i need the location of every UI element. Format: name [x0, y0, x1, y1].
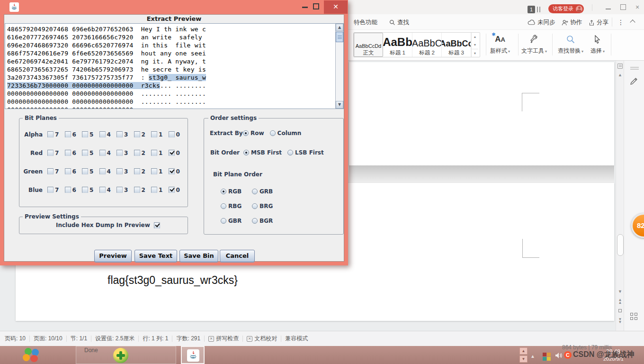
- hex-scrollbar[interactable]: ▲ ▼: [335, 24, 343, 109]
- scroll-up-icon[interactable]: ▲: [336, 24, 343, 31]
- bitplane-checkbox-green-7[interactable]: [47, 168, 54, 174]
- radio-row[interactable]: Row: [243, 130, 264, 136]
- bitplane-checkbox-red-0[interactable]: [169, 150, 175, 156]
- gallery-down-icon[interactable]: ▼: [472, 41, 478, 49]
- window-restore-button[interactable]: [618, 3, 628, 11]
- annotate-pen-icon[interactable]: [630, 76, 638, 85]
- radio-msb-first[interactable]: MSB First: [243, 149, 282, 156]
- save-text-button[interactable]: Save Text: [134, 250, 177, 262]
- status-item[interactable]: 字数: 291: [172, 335, 204, 343]
- radio-brg[interactable]: BRG: [252, 203, 283, 209]
- bitplane-checkbox-blue-4[interactable]: [99, 187, 106, 193]
- style-item-3[interactable]: AaBbC标题 2: [412, 33, 442, 57]
- window-minimize-button[interactable]: [603, 3, 613, 11]
- bitplane-checkbox-green-2[interactable]: [134, 168, 140, 174]
- status-item[interactable]: 兼容模式: [281, 335, 312, 343]
- style-item-1[interactable]: AaBbCcDd正文: [354, 33, 383, 57]
- status-item[interactable]: 页码: 10: [1, 335, 29, 343]
- dialog-close-button[interactable]: ✕: [324, 0, 348, 14]
- bitplane-checkbox-alpha-7[interactable]: [47, 131, 54, 137]
- start-button-icon[interactable]: [23, 348, 41, 362]
- save-bin-button[interactable]: Save Bin: [179, 250, 218, 262]
- hex-preview-panel[interactable]: 4865792049207468 696e6b2077652063 Hey I …: [5, 23, 344, 109]
- assistant-badge[interactable]: 82: [631, 213, 644, 238]
- bitplane-checkbox-blue-2[interactable]: [134, 187, 140, 193]
- bitplane-checkbox-green-1[interactable]: [151, 168, 157, 174]
- bitplane-checkbox-blue-7[interactable]: [47, 187, 54, 193]
- bitplane-checkbox-green-4[interactable]: [99, 168, 106, 174]
- radio-grb[interactable]: GRB: [252, 188, 283, 195]
- style-item-2[interactable]: AaBb标题 1: [383, 33, 412, 57]
- ruler-toggle-icon[interactable]: [617, 64, 623, 69]
- bitplane-checkbox-red-3[interactable]: [116, 150, 123, 156]
- bitplane-checkbox-alpha-1[interactable]: [151, 131, 157, 137]
- bitplane-checkbox-alpha-3[interactable]: [116, 131, 123, 137]
- scrollbar-thumb[interactable]: [336, 32, 343, 42]
- gallery-scroll[interactable]: ▲ ▼ ▼: [471, 33, 478, 57]
- scroll-down-icon[interactable]: ▼: [616, 289, 624, 294]
- bitplane-checkbox-alpha-2[interactable]: [134, 131, 140, 137]
- radio-gbr[interactable]: GBR: [221, 218, 252, 224]
- document-page-9[interactable]: [349, 62, 614, 165]
- radio-rgb[interactable]: RGB: [221, 188, 252, 195]
- dialog-maximize-button[interactable]: [313, 3, 319, 9]
- bitplane-checkbox-blue-3[interactable]: [116, 187, 123, 193]
- bitplane-checkbox-blue-6[interactable]: [65, 187, 71, 193]
- bitplane-checkbox-blue-1[interactable]: [151, 187, 157, 193]
- style-item-4[interactable]: AaBbCc标题 3: [442, 33, 471, 57]
- hidden-icons-button[interactable]: ▲: [530, 354, 535, 359]
- sync-status-button[interactable]: 未同步: [528, 18, 555, 27]
- text-tools-button[interactable]: 文字工具▾: [520, 32, 548, 55]
- bitplane-checkbox-alpha-4[interactable]: [99, 131, 106, 137]
- bitplane-checkbox-alpha-6[interactable]: [65, 131, 71, 137]
- apps-grid-icon[interactable]: [630, 313, 638, 320]
- collapse-ribbon-icon[interactable]: [631, 18, 635, 24]
- bitplane-checkbox-red-4[interactable]: [99, 150, 106, 156]
- speaker-icon[interactable]: [555, 352, 563, 359]
- menu-featured[interactable]: 特色功能: [354, 18, 377, 27]
- next-page-icon[interactable]: ▼▼: [616, 318, 624, 324]
- status-item[interactable]: 节: 1/1: [67, 335, 91, 343]
- scrollbar-thumb[interactable]: [617, 234, 624, 256]
- bitplane-checkbox-green-6[interactable]: [65, 168, 71, 174]
- status-item[interactable]: 行: 1 列: 1: [139, 335, 172, 343]
- document-tab-badge[interactable]: 1: [528, 6, 535, 13]
- status-item[interactable]: 设置值: 2.5厘米: [91, 335, 138, 343]
- menu-find[interactable]: 查找: [389, 18, 409, 27]
- bitplane-checkbox-red-7[interactable]: [47, 150, 54, 156]
- bitplane-checkbox-green-3[interactable]: [116, 168, 123, 174]
- document-scrollbar[interactable]: ▲ ▼ ▲▲ ▼▼: [616, 61, 624, 331]
- status-item[interactable]: ✕文档校对: [243, 335, 281, 343]
- select-button[interactable]: 选择▾: [587, 32, 608, 55]
- radio-bgr[interactable]: BGR: [252, 218, 283, 224]
- include-hexdump-checkbox[interactable]: [154, 222, 160, 228]
- bitplane-checkbox-red-5[interactable]: [82, 150, 88, 156]
- bitplane-checkbox-blue-0[interactable]: [169, 187, 175, 193]
- previous-page-icon[interactable]: ▲▲: [616, 299, 624, 304]
- status-item[interactable]: 页面: 10/10: [30, 335, 66, 343]
- gallery-expand-icon[interactable]: ▼: [472, 49, 478, 57]
- tab-list-icon[interactable]: [537, 7, 540, 12]
- scroll-down-icon[interactable]: ▼: [336, 101, 343, 109]
- find-replace-button[interactable]: 查找替换▾: [555, 32, 586, 55]
- bitplane-checkbox-green-0[interactable]: [169, 168, 175, 174]
- taskbar-item-java[interactable]: [181, 346, 205, 364]
- share-button[interactable]: 分享: [588, 18, 608, 27]
- collaborate-button[interactable]: 协作: [562, 18, 582, 27]
- tray-app-icon[interactable]: [543, 353, 551, 361]
- gallery-up-icon[interactable]: ▲: [472, 33, 478, 41]
- bitplane-checkbox-red-6[interactable]: [65, 150, 71, 156]
- scroll-up-icon[interactable]: ▲: [616, 73, 624, 77]
- dialog-minimize-button[interactable]: [302, 7, 308, 8]
- radio-lsb-first[interactable]: LSB First: [287, 149, 324, 156]
- panel-drag-handle[interactable]: [630, 67, 639, 68]
- status-item[interactable]: ✕拼写检查: [205, 335, 242, 343]
- radio-column[interactable]: Column: [270, 130, 302, 136]
- browse-object-icon[interactable]: [618, 309, 622, 312]
- bitplane-checkbox-green-5[interactable]: [82, 168, 88, 174]
- guest-login-button[interactable]: 访客登录: [548, 4, 584, 13]
- bitplane-checkbox-alpha-5[interactable]: [82, 131, 88, 137]
- cancel-button[interactable]: Cancel: [220, 250, 255, 262]
- new-style-button[interactable]: ✱AA 新样式▾: [488, 32, 512, 55]
- preview-button[interactable]: Preview: [94, 250, 132, 262]
